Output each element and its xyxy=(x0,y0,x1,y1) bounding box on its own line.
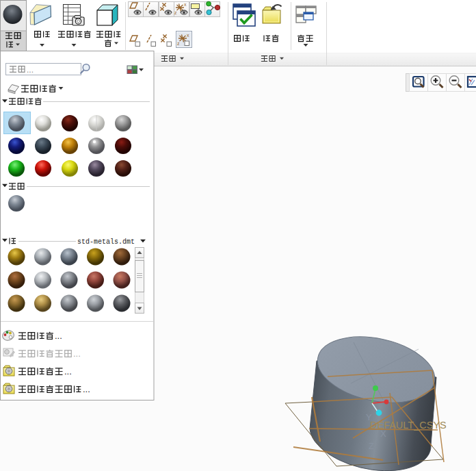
svg-text:...: ... xyxy=(83,384,90,394)
svg-text:DEFAULT_CSYS: DEFAULT_CSYS xyxy=(370,420,447,431)
svg-text:std-metals.dmt: std-metals.dmt xyxy=(77,238,135,246)
svg-text:...: ... xyxy=(73,348,81,359)
svg-text:...: ... xyxy=(27,65,34,75)
svg-text:x: x xyxy=(184,2,187,7)
svg-text:x: x xyxy=(187,33,189,38)
svg-text:z: z xyxy=(174,10,177,15)
svg-text:...: ... xyxy=(55,331,62,341)
svg-text:...: ... xyxy=(64,366,72,377)
svg-text:Z: Z xyxy=(369,441,374,451)
svg-text:z: z xyxy=(177,41,180,46)
